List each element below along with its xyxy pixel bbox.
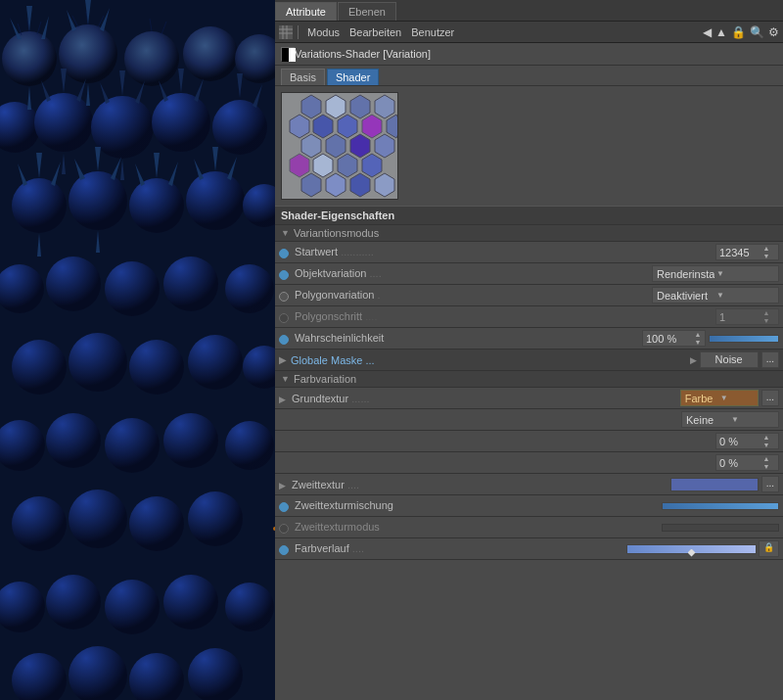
percent1-input[interactable]: ▲ ▼ <box>715 433 779 449</box>
spinner-up2-icon[interactable]: ▲ <box>760 309 772 317</box>
startwert-label: Startwert ........... <box>279 246 715 257</box>
tab-attribute[interactable]: Attribute <box>275 2 337 21</box>
percent1-field[interactable] <box>716 435 760 448</box>
startwert-row: Startwert ........... ▲ ▼ <box>275 242 783 263</box>
keine-dd-arrow-icon: ▼ <box>731 415 774 424</box>
polygonschritt-row: Polygonschritt .... ▲ ▼ <box>275 306 783 328</box>
spinner-up4-icon[interactable]: ▲ <box>760 434 772 442</box>
wahrscheinlichkeit-row: Wahrscheinlichkeit ▲ ▼ <box>275 328 783 350</box>
shader-eigenschaften-header: Shader-Eigenschaften <box>275 206 783 225</box>
arrow-up-icon[interactable]: ▲ <box>715 25 727 39</box>
spinner-down3-icon[interactable]: ▼ <box>692 339 704 347</box>
wahrscheinlichkeit-field[interactable] <box>643 332 692 346</box>
toolbar-bearbeiten[interactable]: Bearbeiten <box>345 24 405 40</box>
spinner-down2-icon[interactable]: ▼ <box>760 317 772 325</box>
farbverlauf-row: Farbverlauf .... 🔒 <box>275 538 783 560</box>
farbverlauf-diamond-handle[interactable] <box>688 549 696 557</box>
globale-maske-label: Globale Maske ... <box>291 354 690 366</box>
percent1-spinners[interactable]: ▲ ▼ <box>760 434 772 449</box>
zweittextur-arrow-icon: ▶ <box>279 481 286 490</box>
zweittextur-label: ▶ Zweittextur .... <box>279 479 670 490</box>
toolbar-modus[interactable]: Modus <box>303 24 344 40</box>
zweittextur-dots-button[interactable]: ... <box>761 476 779 492</box>
percent1-row: ▲ ▼ <box>275 431 783 452</box>
farbverlauf-lock-button[interactable]: 🔒 <box>759 540 779 557</box>
svg-point-67 <box>188 335 243 390</box>
polygonschritt-radio[interactable] <box>279 313 289 323</box>
zweittexturmodus-radio[interactable] <box>279 524 289 534</box>
spinner-up-icon[interactable]: ▲ <box>760 245 772 253</box>
polygonschritt-input[interactable]: ▲ ▼ <box>715 308 779 325</box>
objektvariation-row: Objektvariation .... Renderinstanzen ▼ <box>275 263 783 285</box>
polygonschritt-spinners[interactable]: ▲ ▼ <box>760 309 772 325</box>
arrow-left-icon[interactable]: ◀ <box>703 25 712 39</box>
svg-point-82 <box>225 583 274 631</box>
percent2-input[interactable]: ▲ ▼ <box>715 454 779 471</box>
lock-icon[interactable]: 🔒 <box>731 25 746 39</box>
maske-arrow-icon: ▶ <box>279 354 287 365</box>
viewport <box>0 0 275 700</box>
objektvariation-dropdown[interactable]: Renderinstanzen ▼ <box>652 265 779 282</box>
farbverlauf-radio[interactable] <box>279 545 289 555</box>
svg-rect-88 <box>279 25 293 39</box>
svg-point-61 <box>105 261 160 316</box>
spinner-down-icon[interactable]: ▼ <box>760 253 772 260</box>
toolbar-sep-1 <box>298 25 299 39</box>
svg-point-64 <box>12 340 67 395</box>
zweittexturmischung-radio[interactable] <box>279 502 289 512</box>
percent2-spinners[interactable]: ▲ ▼ <box>760 455 772 471</box>
startwert-input[interactable]: ▲ ▼ <box>715 244 779 260</box>
bottom-spacer <box>275 560 783 580</box>
variantionsmodus-group[interactable]: ▼ Variantionsmodus <box>275 225 783 242</box>
sub-tabs: Basis Shader <box>275 66 783 86</box>
sub-tab-basis[interactable]: Basis <box>281 69 325 85</box>
tab-ebenen[interactable]: Ebenen <box>338 2 396 21</box>
wahrscheinlichkeit-radio[interactable] <box>279 335 289 345</box>
svg-point-42 <box>129 178 184 233</box>
startwert-radio[interactable] <box>279 249 289 258</box>
polygonvariation-label: Polygonvariation . <box>279 289 652 301</box>
polygonvariation-radio[interactable] <box>279 292 289 302</box>
svg-point-75 <box>69 490 127 548</box>
svg-point-70 <box>46 413 101 468</box>
startwert-field[interactable] <box>716 246 760 259</box>
objektvariation-radio[interactable] <box>279 270 289 280</box>
sub-tab-shader[interactable]: Shader <box>327 69 379 85</box>
search-icon[interactable]: 🔍 <box>750 25 764 39</box>
spinner-down5-icon[interactable]: ▼ <box>760 463 772 471</box>
svg-point-63 <box>225 264 274 313</box>
top-tabs-bar: Attribute Ebenen <box>275 0 783 22</box>
toolbar-benutzer[interactable]: Benutzer <box>407 24 458 40</box>
farbvariation-group[interactable]: ▼ Farbvariation <box>275 371 783 388</box>
spinner-down4-icon[interactable]: ▼ <box>760 442 772 449</box>
farbverlauf-label: Farbverlauf .... <box>279 542 622 554</box>
polygonvariation-dropdown[interactable]: Deaktiviert ▼ <box>652 287 779 303</box>
settings-icon[interactable]: ⚙ <box>768 25 779 39</box>
percent2-field[interactable] <box>716 456 760 470</box>
keine-dropdown[interactable]: Keine ▼ <box>681 411 779 428</box>
svg-point-66 <box>129 340 184 395</box>
wahrscheinlichkeit-spinners[interactable]: ▲ ▼ <box>692 331 704 347</box>
grundtextur-dropdown[interactable]: Farbe ▼ <box>680 390 759 406</box>
farbvariation-label: Farbvariation <box>294 373 356 385</box>
farbverlauf-gradient-bar <box>626 544 757 554</box>
farbvariation-arrow-icon: ▼ <box>281 374 290 384</box>
group-arrow-icon: ▼ <box>281 228 290 238</box>
polygonschritt-field[interactable] <box>716 310 760 324</box>
maske-dots-button[interactable]: ... <box>761 351 779 368</box>
zweittextur-color <box>670 478 759 491</box>
startwert-spinners[interactable]: ▲ ▼ <box>760 245 772 260</box>
dropdown-arrow-icon: ▼ <box>716 269 774 278</box>
shader-preview-area <box>275 86 783 206</box>
noise-button[interactable]: Noise <box>700 351 759 368</box>
spinner-up3-icon[interactable]: ▲ <box>692 331 704 339</box>
wahrscheinlichkeit-input[interactable]: ▲ ▼ <box>642 330 706 347</box>
toolbar-icons: ◀ ▲ 🔒 🔍 ⚙ <box>703 25 779 39</box>
percent2-row: ▲ ▼ <box>275 452 783 474</box>
zweittexturmischung-row: Zweittexturmischung <box>275 495 783 517</box>
svg-point-40 <box>12 178 67 233</box>
maske-inner-arrow-icon: ▶ <box>690 355 697 365</box>
grundtextur-dots-button[interactable]: ... <box>761 390 779 406</box>
svg-point-7 <box>34 93 93 152</box>
spinner-up5-icon[interactable]: ▲ <box>760 455 772 463</box>
